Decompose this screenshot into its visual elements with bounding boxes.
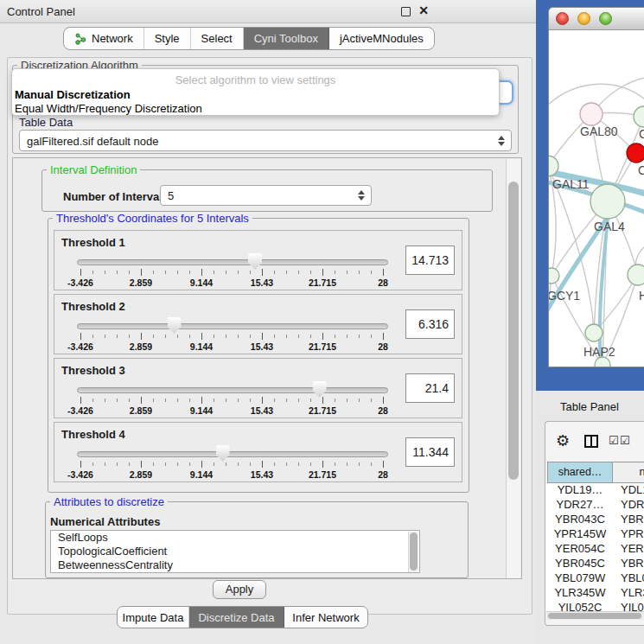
network-node[interactable] xyxy=(580,103,603,125)
tab-infer-network[interactable]: Infer Network xyxy=(284,607,367,628)
checkbox-icon[interactable]: ☑ xyxy=(620,434,630,447)
slider-tick xyxy=(177,271,178,274)
network-node-label: H xyxy=(639,289,644,303)
tab-select[interactable]: Select xyxy=(191,28,244,49)
tab-cyni-toolbox[interactable]: Cyni Toolbox xyxy=(244,28,329,49)
table-row[interactable]: YLR345WYLR3 xyxy=(545,586,644,601)
slider-tick xyxy=(189,462,190,466)
columns-icon[interactable] xyxy=(584,435,598,448)
apply-button[interactable]: Apply xyxy=(213,580,266,599)
numerical-attributes-list[interactable]: SelfLoops TopologicalCoefficient Between… xyxy=(50,530,420,573)
table-row[interactable]: YER054CYER0 xyxy=(545,542,644,557)
slider-tick xyxy=(347,462,348,466)
threshold-value-field[interactable]: 6.316 xyxy=(405,309,455,339)
tab-impute-data[interactable]: Impute Data xyxy=(118,607,189,628)
slider-tick xyxy=(226,271,226,274)
table-rows: YDL19…YDL1YDR27…YDR2YBR043CYBR0YPR145WYP… xyxy=(545,483,644,611)
zoom-traffic-light-icon[interactable] xyxy=(599,12,612,25)
network-node[interactable] xyxy=(585,324,603,341)
slider-tick xyxy=(201,333,202,340)
dropdown-item-equal-width-frequency[interactable]: Equal Width/Frequency Discretization xyxy=(15,102,202,115)
slider-tick-label: 9.144 xyxy=(190,341,213,352)
table-row[interactable]: YBL079WYBL0 xyxy=(545,571,644,586)
attributes-group-title: Attributes to discretize xyxy=(50,496,168,507)
table-row[interactable]: YBR043CYBR0 xyxy=(545,513,644,527)
slider-tick xyxy=(250,271,251,274)
slider-tick xyxy=(310,462,311,466)
table-row[interactable]: YPR145WYPR1 xyxy=(545,527,644,542)
slider-thumb[interactable] xyxy=(248,253,262,270)
network-node-label: HAP2 xyxy=(583,345,615,359)
table-row[interactable]: YDR27…YDR2 xyxy=(545,498,644,513)
slider-tick-label: 15.43 xyxy=(251,277,273,288)
slider-thumb[interactable] xyxy=(216,445,230,462)
network-node-label: GAL4 xyxy=(594,220,625,233)
list-item[interactable]: TopologicalCoefficient xyxy=(51,545,419,558)
slider-tick xyxy=(92,335,93,338)
cell-name: YDR2 xyxy=(621,498,644,511)
slider-tick xyxy=(371,335,372,338)
slider-tick xyxy=(141,269,142,276)
slider-tick xyxy=(153,399,154,402)
close-icon[interactable]: ✕ xyxy=(418,3,429,17)
column-header-shared-name[interactable]: shared… xyxy=(547,462,613,483)
list-item[interactable]: SelfLoops xyxy=(51,531,419,545)
slider-track[interactable] xyxy=(77,259,388,265)
slider-tick xyxy=(359,271,360,274)
network-node[interactable] xyxy=(628,265,644,285)
vertical-scrollbar[interactable] xyxy=(506,159,520,579)
network-node-label: C xyxy=(638,163,644,177)
tab-network[interactable]: Network xyxy=(64,28,144,49)
network-node[interactable] xyxy=(590,184,625,219)
slider-tick xyxy=(165,335,166,338)
dropdown-item-manual-discretization[interactable]: Manual Discretization xyxy=(15,88,131,101)
minimize-traffic-light-icon[interactable] xyxy=(577,12,590,25)
network-window-titlebar[interactable] xyxy=(549,8,644,30)
tab-jactivemnodules[interactable]: jActiveMNodules xyxy=(329,28,434,49)
cell-shared-name: YBR043C xyxy=(547,513,613,526)
slider-tick-label: -3.426 xyxy=(67,277,93,288)
slider-tick xyxy=(359,462,360,466)
cell-name: YBR0 xyxy=(621,513,644,526)
close-traffic-light-icon[interactable] xyxy=(556,12,569,25)
number-of-intervals-combobox[interactable]: 5 xyxy=(160,185,372,206)
slider-track[interactable] xyxy=(77,387,388,393)
slider-track[interactable] xyxy=(77,451,388,457)
vertical-scrollbar-thumb[interactable] xyxy=(508,182,519,480)
slider-thumb[interactable] xyxy=(168,317,182,334)
network-node-label: GAL11 xyxy=(552,177,590,191)
slider-tick xyxy=(105,462,105,466)
slider-tick xyxy=(80,269,81,276)
slider-tick-label: 2.859 xyxy=(130,469,152,480)
slider-tick xyxy=(238,399,239,402)
tab-discretize-data[interactable]: Discretize Data xyxy=(189,607,284,628)
float-window-icon[interactable] xyxy=(401,7,411,16)
table-row[interactable]: YBR045CYBR0 xyxy=(545,557,644,571)
table-data-combobox[interactable]: galFiltered.sif default node xyxy=(19,130,512,151)
checkbox-icon[interactable]: ☑ xyxy=(609,434,619,447)
network-canvas[interactable]: GAL80GCGAL11GAL4GCY1HHAP2 xyxy=(549,30,644,367)
threshold-value-field[interactable]: 11.344 xyxy=(405,437,455,467)
threshold-value-field[interactable]: 14.713 xyxy=(405,245,455,275)
slider-tick-label: -3.426 xyxy=(67,341,93,352)
slider-track[interactable] xyxy=(77,323,388,329)
horizontal-scrollbar-thumb[interactable] xyxy=(548,613,641,619)
cell-name: YLR3 xyxy=(621,586,644,599)
horizontal-scrollbar[interactable] xyxy=(546,611,644,620)
tab-style[interactable]: Style xyxy=(144,28,191,49)
column-header-name[interactable]: na xyxy=(613,462,644,483)
list-item[interactable]: BetweennessCentrality xyxy=(51,558,419,572)
slider-thumb[interactable] xyxy=(313,381,327,398)
network-node[interactable] xyxy=(549,268,559,284)
slider-tick xyxy=(274,335,275,338)
slider-tick-label: 21.715 xyxy=(309,405,336,416)
slider-tick xyxy=(214,335,214,338)
network-node[interactable] xyxy=(627,143,644,163)
list-scrollbar-thumb[interactable] xyxy=(410,532,418,571)
threshold-value-field[interactable]: 21.4 xyxy=(405,373,455,403)
gear-icon[interactable]: ⚙ xyxy=(556,433,570,449)
list-scrollbar[interactable] xyxy=(408,532,418,572)
slider-tick xyxy=(117,399,118,402)
table-row[interactable]: YDL19…YDL1 xyxy=(545,483,644,498)
network-node[interactable] xyxy=(634,106,644,127)
